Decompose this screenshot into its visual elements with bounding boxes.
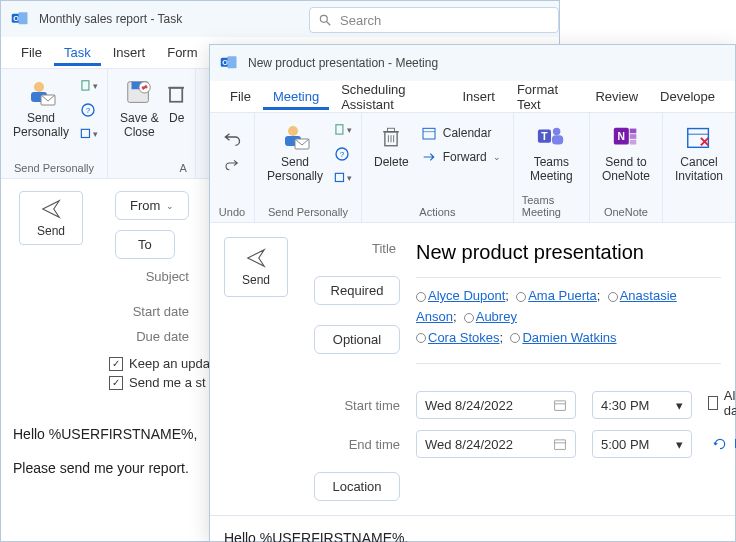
save-close-button[interactable]: Save & Close: [116, 75, 163, 142]
undo-button[interactable]: [218, 119, 246, 173]
menu-file[interactable]: File: [220, 83, 261, 110]
search-placeholder: Search: [340, 13, 381, 28]
svg-rect-17: [170, 88, 182, 102]
start-time-picker[interactable]: 4:30 PM▾: [592, 391, 692, 419]
presence-icon: [416, 292, 426, 302]
send-to-onenote-button[interactable]: N Send to OneNote: [598, 119, 654, 186]
recipient[interactable]: Aubrey: [476, 309, 517, 324]
to-button[interactable]: To: [115, 230, 175, 259]
end-date-picker[interactable]: Wed 8/24/2022: [416, 430, 576, 458]
redo-icon: [222, 155, 242, 171]
group-label: Send Personally: [268, 204, 348, 220]
ribbon-group-teams: T Teams Meeting Teams Meeting: [514, 113, 590, 222]
menu-developer[interactable]: Develope: [650, 83, 725, 110]
menu-format-text[interactable]: Format Text: [507, 76, 584, 118]
start-date-picker[interactable]: Wed 8/24/2022: [416, 391, 576, 419]
meeting-window: O New product presentation - Meeting Fil…: [209, 44, 736, 542]
recipient[interactable]: Ama Puerta: [528, 288, 597, 303]
attach-dropdown[interactable]: ▾: [331, 119, 353, 141]
recipient[interactable]: Damien Watkins: [522, 330, 616, 345]
send-button[interactable]: Send: [19, 191, 83, 245]
menu-insert[interactable]: Insert: [452, 83, 505, 110]
attach-dropdown[interactable]: ▾: [77, 75, 99, 97]
calendar-icon: [421, 125, 437, 141]
menu-task[interactable]: Task: [54, 39, 101, 66]
menu-meeting[interactable]: Meeting: [263, 83, 329, 110]
undo-icon: [222, 127, 242, 147]
delete-button[interactable]: Delete: [370, 119, 413, 171]
meeting-header: Send Title Required Optional New product…: [210, 223, 735, 378]
caret-down-icon: ▾: [676, 437, 683, 452]
send-personally-button[interactable]: Send Personally: [9, 75, 73, 142]
svg-rect-35: [423, 128, 435, 139]
calendar-icon: [553, 437, 567, 451]
recipients-area[interactable]: Alyce Dupont; Ama Puerta; Anastasie Anso…: [416, 278, 721, 364]
location-row: Location: [210, 458, 735, 515]
send-icon: [40, 198, 62, 220]
menu-format[interactable]: Form: [157, 39, 207, 66]
ribbon-group-actions: Delete Calendar Forward⌄ Actions: [362, 113, 514, 222]
menu-insert[interactable]: Insert: [103, 39, 156, 66]
recipient[interactable]: Cora Stokes: [428, 330, 500, 345]
presence-icon: [510, 333, 520, 343]
outlook-icon: O: [220, 54, 238, 72]
recipient[interactable]: Alyce Dupont: [428, 288, 505, 303]
group-label: Teams Meeting: [522, 192, 581, 220]
menubar: File Meeting Scheduling Assistant Insert…: [210, 81, 735, 113]
from-button[interactable]: From⌄: [115, 191, 189, 220]
end-time-label: End time: [314, 437, 400, 452]
group-label: OneNote: [604, 204, 648, 220]
send-button[interactable]: Send: [224, 237, 288, 297]
optional-button[interactable]: Optional: [314, 325, 400, 354]
forward-icon: [421, 149, 437, 165]
menu-scheduling-assistant[interactable]: Scheduling Assistant: [331, 76, 450, 118]
presence-icon: [516, 292, 526, 302]
svg-point-3: [320, 15, 327, 22]
svg-rect-2: [19, 12, 28, 24]
start-time-label: Start time: [314, 398, 400, 413]
delete-button-trunc[interactable]: De: [167, 75, 187, 127]
group-label: Send Personally: [14, 160, 94, 176]
caret-down-icon: ▾: [676, 398, 683, 413]
message-body[interactable]: Hello %USERFIRSTNAME%, I would like to i…: [210, 515, 735, 542]
forward-button[interactable]: Forward⌄: [417, 147, 505, 167]
presence-icon: [464, 313, 474, 323]
search-input[interactable]: Search: [309, 7, 559, 33]
teams-meeting-button[interactable]: T Teams Meeting: [526, 119, 577, 186]
location-button[interactable]: Location: [314, 472, 400, 501]
ribbon: Undo Send Personally ▾ ? ▾ Send Personal…: [210, 113, 735, 223]
group-label: Actions: [419, 204, 455, 220]
menu-review[interactable]: Review: [585, 83, 648, 110]
make-recurring-button[interactable]: Make: [708, 434, 736, 454]
send-icon: [245, 247, 267, 269]
ribbon-group-cancel: Cancel Invitation: [663, 113, 735, 222]
svg-text:O: O: [222, 58, 228, 67]
required-button[interactable]: Required: [314, 276, 400, 305]
svg-rect-43: [630, 129, 637, 134]
person-mail-icon: [25, 77, 57, 109]
help-button[interactable]: ?: [77, 99, 99, 121]
subject-label: Subject: [109, 269, 189, 284]
trash-icon: [167, 77, 187, 109]
save-icon: [123, 77, 155, 109]
presence-icon: [608, 292, 618, 302]
ribbon-group-undo: Undo: [210, 113, 255, 222]
all-day-checkbox[interactable]: All day: [708, 388, 736, 418]
calendar-button[interactable]: Calendar: [417, 123, 505, 143]
send-personally-button[interactable]: Send Personally: [263, 119, 327, 186]
end-time-picker[interactable]: 5:00 PM▾: [592, 430, 692, 458]
menu-file[interactable]: File: [11, 39, 52, 66]
send-personally-label: Send Personally: [13, 111, 69, 140]
body-line: Hello %USERFIRSTNAME%,: [224, 530, 721, 542]
svg-text:O: O: [13, 14, 19, 23]
meeting-title-input[interactable]: New product presentation: [416, 237, 721, 278]
chevron-down-icon: ⌄: [493, 152, 501, 162]
ribbon-group-send-personally: Send Personally ▾ ? ▾ Send Personally: [255, 113, 362, 222]
help-button[interactable]: ?: [331, 143, 353, 165]
svg-rect-44: [630, 134, 637, 139]
svg-rect-25: [335, 125, 342, 134]
svg-rect-46: [688, 129, 709, 148]
cancel-invitation-button[interactable]: Cancel Invitation: [671, 119, 727, 186]
settings-dropdown[interactable]: ▾: [331, 167, 353, 189]
settings-dropdown[interactable]: ▾: [77, 123, 99, 145]
